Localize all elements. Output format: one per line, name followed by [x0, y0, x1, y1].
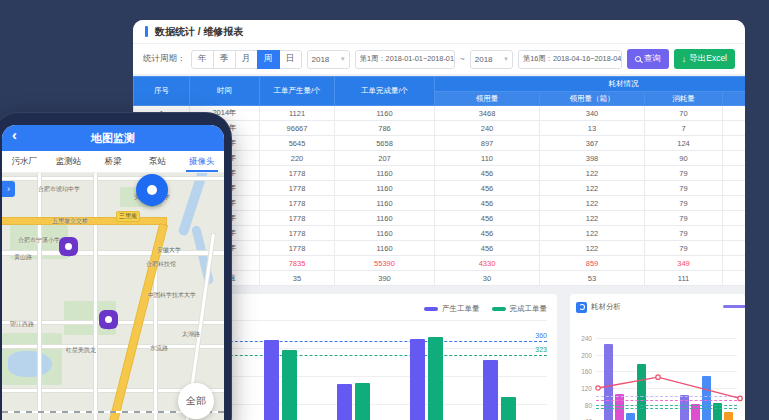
export-button-label: 导出Excel	[689, 53, 727, 65]
phone-screen: ‹ 地图监测 污水厂监测站桥梁泵站摄像头 › 全部	[2, 125, 224, 420]
export-excel-button[interactable]: ↓ 导出Excel	[674, 49, 735, 69]
download-icon: ↓	[682, 55, 687, 64]
week-range-start-input[interactable]: 第1周：2018-01-01~2018-01-07	[355, 50, 455, 69]
map-label: 合肥市宁溪小学	[18, 236, 60, 245]
map-road	[2, 177, 224, 180]
map-canvas[interactable]: › 全部 合肥市琥珀中学体育场安徽农业大学五里墩立交桥合肥市宁溪小学黄山路安徽大…	[2, 173, 224, 420]
map-road	[38, 173, 41, 420]
chevron-down-icon: ▾	[504, 55, 508, 63]
phone-tab-摄像头[interactable]: 摄像头	[180, 151, 224, 172]
year-end-select[interactable]: 2018 ▾	[470, 50, 513, 69]
map-road	[2, 251, 224, 255]
phone-tab-监测站[interactable]: 监测站	[46, 151, 90, 172]
map-label: 安徽大学	[157, 246, 181, 255]
col-header-time: 时间	[190, 77, 260, 106]
table-cell: 456	[435, 226, 540, 241]
phone-tab-bar: 污水厂监测站桥梁泵站摄像头	[2, 151, 224, 173]
table-cell: 53	[540, 271, 645, 286]
bar	[483, 360, 498, 420]
trend-line	[596, 328, 743, 420]
table-cell: 897	[435, 136, 540, 151]
y-axis-tick: 240	[576, 335, 592, 342]
y-axis-tick: 160	[576, 368, 592, 375]
map-road-label: 三里庵	[116, 211, 140, 222]
table-cell: 70	[645, 106, 723, 121]
bar	[355, 383, 370, 420]
table-cell: 67	[723, 211, 746, 226]
table-cell: 90	[645, 151, 723, 166]
table-cell: 1121	[260, 106, 335, 121]
table-cell: 67	[723, 226, 746, 241]
table-cell: 456	[435, 241, 540, 256]
phone-mockup: ‹ 地图监测 污水厂监测站桥梁泵站摄像头 › 全部	[0, 112, 232, 420]
table-cell: 330	[723, 256, 746, 271]
table-cell: 1160	[335, 196, 435, 211]
year-end-value: 2018	[475, 55, 493, 64]
table-cell: 220	[260, 151, 335, 166]
camera-pin[interactable]	[59, 237, 78, 256]
query-button[interactable]: 查询	[627, 49, 669, 69]
legend-label: 产生工单量	[442, 304, 480, 314]
table-cell: 79	[645, 166, 723, 181]
legend-marker	[492, 307, 506, 311]
table-cell: 1160	[335, 106, 435, 121]
filter-bar: 统计周期： 年季月周日 2018 ▾ 第1周：2018-01-01~2018-0…	[133, 44, 745, 74]
period-option-周[interactable]: 周	[257, 50, 280, 69]
table-cell: 1778	[260, 181, 335, 196]
y-axis-tick: 200	[576, 352, 592, 359]
bar	[282, 350, 297, 420]
table-cell: 250	[723, 106, 746, 121]
table-cell: 456	[435, 181, 540, 196]
consumables-chart-title: 耗材分析	[591, 302, 621, 312]
period-button-group: 年季月周日	[191, 50, 302, 69]
legend-item[interactable]: 产生工单量	[424, 304, 480, 314]
table-cell: 340	[540, 106, 645, 121]
bar	[501, 397, 516, 420]
phone-tab-泵站[interactable]: 泵站	[135, 151, 179, 172]
camera-pin-selected[interactable]	[136, 174, 168, 206]
period-option-年[interactable]: 年	[191, 50, 214, 69]
bar	[428, 337, 443, 420]
table-cell: 240	[435, 121, 540, 136]
breadcrumb: 数据统计 / 维修报表	[155, 25, 243, 39]
col-header-received: 领用量	[435, 92, 540, 106]
table-cell: 79	[645, 211, 723, 226]
reference-line-label: 323	[535, 346, 547, 353]
table-cell: 349	[645, 256, 723, 271]
table-cell: 1160	[335, 211, 435, 226]
chevron-down-icon: ▾	[341, 55, 345, 63]
table-cell: 1778	[260, 226, 335, 241]
legend-item[interactable]: 完成工单量	[492, 304, 548, 314]
table-cell: 79	[645, 181, 723, 196]
year-start-select[interactable]: 2018 ▾	[307, 50, 350, 69]
map-layers-expander[interactable]: ›	[2, 181, 15, 197]
phone-tab-桥梁[interactable]: 桥梁	[91, 151, 135, 172]
chart-icon	[576, 302, 587, 313]
col-header-received-box: 领用量（箱）	[540, 92, 645, 106]
table-cell: 1778	[260, 211, 335, 226]
table-cell: 456	[435, 166, 540, 181]
table-cell: 67	[723, 241, 746, 256]
period-option-季[interactable]: 季	[213, 50, 236, 69]
period-option-日[interactable]: 日	[279, 50, 302, 69]
legend-stub	[723, 305, 745, 308]
map-road	[2, 345, 224, 348]
week-range-end-input[interactable]: 第16周：2018-04-16~2018-04-22	[518, 50, 622, 69]
period-option-月[interactable]: 月	[235, 50, 258, 69]
map-label: 望江西路	[10, 320, 34, 329]
phone-tab-污水厂[interactable]: 污水厂	[2, 151, 46, 172]
col-header-consumables-group: 耗材情况	[435, 77, 746, 92]
bar	[264, 340, 279, 420]
table-cell: 1160	[335, 166, 435, 181]
table-cell: 398	[540, 151, 645, 166]
camera-pin[interactable]	[99, 310, 118, 329]
back-icon[interactable]: ‹	[12, 126, 17, 143]
table-cell: 1778	[260, 241, 335, 256]
table-cell: 122	[540, 181, 645, 196]
show-all-button[interactable]: 全部	[178, 383, 214, 419]
map-label: 合肥市琥珀中学	[38, 185, 80, 194]
map-water	[8, 351, 52, 377]
table-cell: 79	[645, 226, 723, 241]
col-header-remaining: 余量	[723, 92, 746, 106]
table-cell: 55390	[335, 256, 435, 271]
